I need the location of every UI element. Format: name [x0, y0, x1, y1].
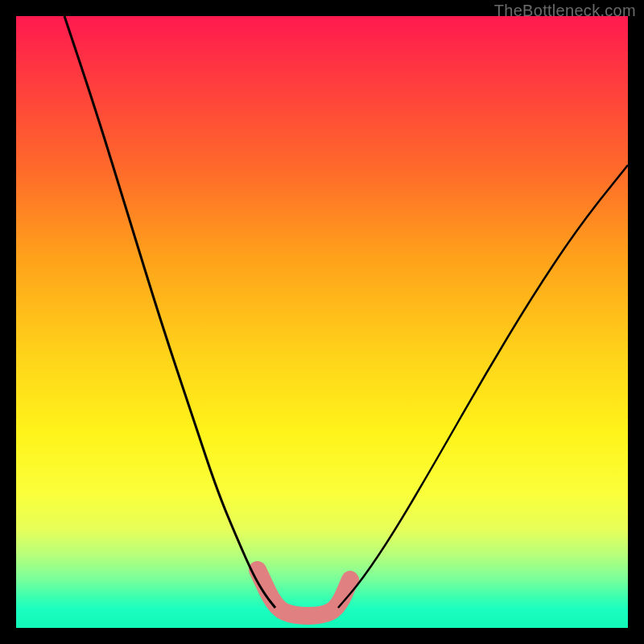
- valley-highlight: [258, 570, 350, 616]
- left-curve: [64, 16, 275, 608]
- curves-svg: [16, 16, 628, 628]
- plot-area: [16, 16, 628, 628]
- chart-stage: TheBottleneck.com: [0, 0, 644, 644]
- right-curve: [338, 165, 628, 608]
